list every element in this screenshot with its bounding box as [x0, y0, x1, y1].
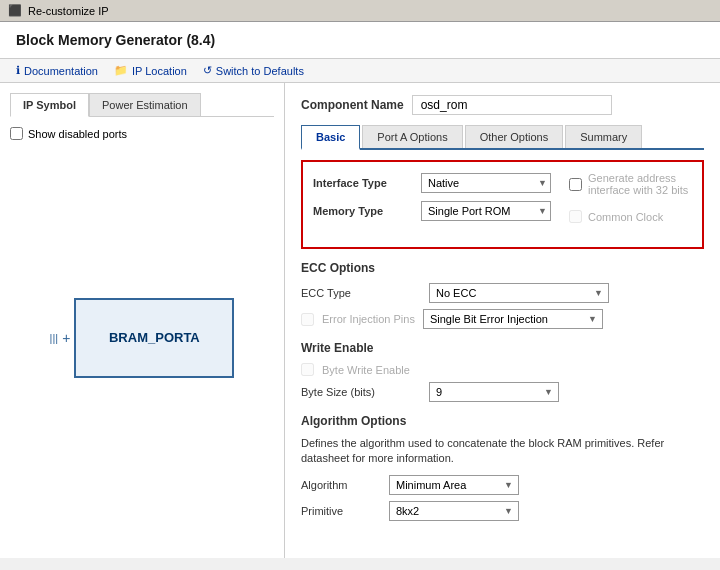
algorithm-section: Algorithm Options Defines the algorithm … [301, 414, 704, 521]
left-panel: IP Symbol Power Estimation Show disabled… [0, 83, 285, 558]
generate-address-label: Generate address interface with 32 bits [588, 172, 692, 196]
common-clock-row: Common Clock [569, 210, 692, 223]
interface-type-select[interactable]: Native AXI4 [421, 173, 551, 193]
ecc-type-label: ECC Type [301, 287, 421, 299]
title-bar: ⬛ Re-customize IP [0, 0, 720, 22]
generate-address-row: Generate address interface with 32 bits [569, 172, 692, 196]
tab-port-a-options[interactable]: Port A Options [362, 125, 462, 148]
left-panel-tabs: IP Symbol Power Estimation [10, 93, 274, 117]
interface-memory-box: Interface Type Native AXI4 Memory Type [301, 160, 704, 249]
memory-type-select-wrapper: Single Port ROM Simple Dual Port RAM Tru… [421, 201, 551, 221]
bram-label: BRAM_PORTA [109, 330, 200, 345]
interface-type-label: Interface Type [313, 177, 413, 189]
algorithm-select[interactable]: Minimum Area Low Power Fixed Primitives [389, 475, 519, 495]
tab-other-options[interactable]: Other Options [465, 125, 563, 148]
component-name-row: Component Name [301, 95, 704, 115]
toolbar: ℹ Documentation 📁 IP Location ↺ Switch t… [0, 59, 720, 83]
info-icon: ℹ [16, 64, 20, 77]
error-injection-checkbox[interactable] [301, 313, 314, 326]
byte-write-enable-checkbox[interactable] [301, 363, 314, 376]
primitive-row: Primitive 8kx2 16kx1 [301, 501, 704, 521]
plus-icon: + [62, 330, 70, 346]
tab-power-estimation[interactable]: Power Estimation [89, 93, 201, 116]
folder-icon: 📁 [114, 64, 128, 77]
tab-ip-symbol[interactable]: IP Symbol [10, 93, 89, 117]
algorithm-label: Algorithm [301, 479, 381, 491]
switch-to-defaults-link[interactable]: ↺ Switch to Defaults [203, 64, 304, 77]
common-clock-checkbox[interactable] [569, 210, 582, 223]
algorithm-title: Algorithm Options [301, 414, 704, 428]
main-header: Block Memory Generator (8.4) [0, 22, 720, 59]
byte-write-enable-label: Byte Write Enable [322, 364, 410, 376]
error-injection-row: Error Injection Pins Single Bit Error In… [301, 309, 704, 329]
ecc-type-row: ECC Type No ECC Hamming ECC [301, 283, 704, 303]
tabs-row: Basic Port A Options Other Options Summa… [301, 125, 704, 150]
primitive-label: Primitive [301, 505, 381, 517]
interface-type-select-wrapper: Native AXI4 [421, 173, 551, 193]
refresh-icon: ↺ [203, 64, 212, 77]
generate-address-checkbox[interactable] [569, 178, 582, 191]
interface-type-row: Interface Type Native AXI4 [313, 173, 551, 193]
ecc-type-select-wrapper: No ECC Hamming ECC [429, 283, 609, 303]
show-disabled-row: Show disabled ports [10, 127, 274, 140]
ecc-title: ECC Options [301, 261, 704, 275]
show-disabled-checkbox[interactable] [10, 127, 23, 140]
ip-symbol-area: ||| + BRAM_PORTA [10, 140, 274, 535]
ecc-type-select[interactable]: No ECC Hamming ECC [429, 283, 609, 303]
connector-lines: ||| [50, 332, 59, 344]
common-clock-label: Common Clock [588, 211, 663, 223]
primitive-select[interactable]: 8kx2 16kx1 [389, 501, 519, 521]
byte-write-enable-row: Byte Write Enable [301, 363, 704, 376]
component-name-label: Component Name [301, 98, 404, 112]
ip-location-link[interactable]: 📁 IP Location [114, 64, 187, 77]
header-title: Block Memory Generator (8.4) [16, 32, 215, 48]
byte-size-label: Byte Size (bits) [301, 386, 421, 398]
documentation-link[interactable]: ℹ Documentation [16, 64, 98, 77]
write-enable-title: Write Enable [301, 341, 704, 355]
error-injection-select[interactable]: Single Bit Error Injection Double Bit Er… [423, 309, 603, 329]
documentation-label: Documentation [24, 65, 98, 77]
byte-size-select[interactable]: 9 8 [429, 382, 559, 402]
ip-location-label: IP Location [132, 65, 187, 77]
ecc-section: ECC Options ECC Type No ECC Hamming ECC … [301, 261, 704, 329]
byte-size-select-wrapper: 9 8 [429, 382, 559, 402]
component-name-input[interactable] [412, 95, 612, 115]
tab-summary[interactable]: Summary [565, 125, 642, 148]
bram-block: BRAM_PORTA [74, 298, 234, 378]
content-area: IP Symbol Power Estimation Show disabled… [0, 83, 720, 558]
memory-type-select[interactable]: Single Port ROM Simple Dual Port RAM Tru… [421, 201, 551, 221]
algorithm-select-wrapper: Minimum Area Low Power Fixed Primitives [389, 475, 519, 495]
algorithm-row: Algorithm Minimum Area Low Power Fixed P… [301, 475, 704, 495]
title-bar-label: Re-customize IP [28, 5, 109, 17]
tab-basic[interactable]: Basic [301, 125, 360, 150]
error-injection-select-wrapper: Single Bit Error Injection Double Bit Er… [423, 309, 603, 329]
show-disabled-label: Show disabled ports [28, 128, 127, 140]
memory-type-row: Memory Type Single Port ROM Simple Dual … [313, 201, 551, 221]
algorithm-description: Defines the algorithm used to concatenat… [301, 436, 704, 467]
switch-to-defaults-label: Switch to Defaults [216, 65, 304, 77]
primitive-select-wrapper: 8kx2 16kx1 [389, 501, 519, 521]
byte-size-row: Byte Size (bits) 9 8 [301, 382, 704, 402]
right-panel: Component Name Basic Port A Options Othe… [285, 83, 720, 558]
title-bar-icon: ⬛ [8, 4, 22, 17]
error-injection-label: Error Injection Pins [322, 313, 415, 325]
memory-type-label: Memory Type [313, 205, 413, 217]
write-enable-section: Write Enable Byte Write Enable Byte Size… [301, 341, 704, 402]
